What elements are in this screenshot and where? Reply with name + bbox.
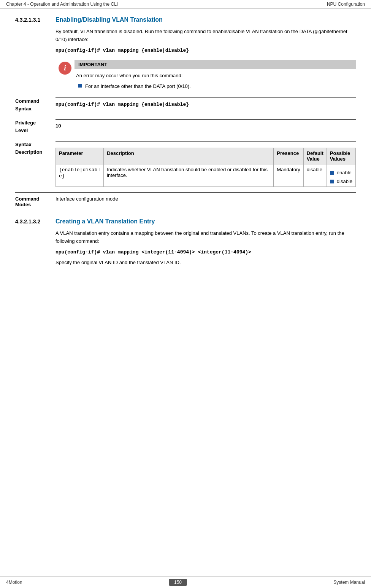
col-description: Description — [104, 148, 274, 164]
possible-disable-label: disable — [337, 178, 352, 184]
header-chapter: Chapter 4 - Operation and Administration… — [6, 2, 118, 7]
command-syntax-row: Command Syntax npu(config-if)# vlan mapp… — [15, 97, 356, 112]
possible-enable-label: enable — [337, 170, 352, 175]
important-body: An error may occur when you run this com… — [75, 72, 356, 91]
syntax-desc-row: Syntax Description Parameter Description… — [15, 141, 356, 187]
cell-default: disable — [303, 164, 327, 187]
possible-disable: disable — [330, 178, 352, 184]
section-2-body1: A VLAN translation entry contains a mapp… — [55, 229, 356, 245]
command-syntax-value: npu(config-if)# vlan mapping {enable|dis… — [55, 102, 189, 107]
bullet-enable-icon — [330, 171, 334, 175]
bullet-icon — [78, 84, 82, 88]
col-presence: Presence — [274, 148, 303, 164]
privilege-level-value: 10 — [55, 123, 61, 129]
privilege-level-row: Privilege Level 10 — [15, 119, 356, 134]
privilege-level-content: 10 — [55, 119, 356, 129]
cell-description: Indicates whether VLAN translation shoul… — [104, 164, 274, 187]
footer-page-number: 150 — [169, 579, 187, 586]
footer-manual: System Manual — [333, 580, 365, 585]
footer-brand: 4Motion — [6, 580, 22, 585]
important-bullet: For an interface other than the DATA por… — [78, 83, 354, 91]
section-2-command: npu(config-if)# vlan mapping <integer(11… — [55, 249, 356, 255]
cell-parameter: {enable|disable} — [56, 164, 104, 187]
table-row: {enable|disable} Indicates whether VLAN … — [56, 164, 356, 187]
important-header: IMPORTANT — [75, 60, 356, 69]
info-icon: i — [59, 62, 71, 75]
syntax-desc-label: Syntax Description — [15, 141, 55, 156]
important-intro: An error may occur when you run this com… — [76, 72, 354, 80]
command-modes-row: Command Modes Interface configuration mo… — [15, 192, 356, 207]
section-1-command: npu(config-if)# vlan mapping {enable|dis… — [55, 48, 356, 53]
section-2-body2: Specify the original VLAN ID and the tra… — [55, 259, 356, 267]
col-parameter: Parameter — [56, 148, 104, 164]
important-content: IMPORTANT An error may occur when you ru… — [75, 60, 356, 91]
section-1-number: 4.3.2.1.3.1 — [15, 17, 49, 23]
main-content: 4.3.2.1.3.1 Enabling/Disabling VLAN Tran… — [0, 9, 371, 293]
bullet-disable-icon — [330, 180, 334, 183]
important-box: i IMPORTANT An error may occur when you … — [55, 60, 356, 91]
page-header: Chapter 4 - Operation and Administration… — [0, 0, 371, 9]
header-section: NPU Configuration — [327, 2, 365, 7]
section-2-heading: 4.3.2.1.3.2 Creating a VLAN Translation … — [15, 218, 356, 225]
section-1-title: Enabling/Disabling VLAN Translation — [55, 16, 163, 23]
command-syntax-label: Command Syntax — [15, 97, 55, 112]
col-possible: PossibleValues — [327, 148, 355, 164]
important-bullet-text: For an interface other than the DATA por… — [85, 83, 191, 91]
possible-enable: enable — [330, 170, 352, 175]
syntax-table: Parameter Description Presence DefaultVa… — [55, 148, 356, 187]
section-2-number: 4.3.2.1.3.2 — [15, 218, 49, 225]
privilege-level-label: Privilege Level — [15, 119, 55, 134]
col-default: DefaultValue — [303, 148, 327, 164]
cell-possible: enable disable — [327, 164, 355, 187]
important-icon: i — [55, 60, 75, 91]
cell-presence: Mandatory — [274, 164, 303, 187]
command-modes-label: Command Modes — [15, 192, 55, 207]
table-header-row: Parameter Description Presence DefaultVa… — [56, 148, 356, 164]
section-2-title: Creating a VLAN Translation Entry — [55, 218, 155, 225]
section-1-heading: 4.3.2.1.3.1 Enabling/Disabling VLAN Tran… — [15, 16, 356, 23]
command-syntax-content: npu(config-if)# vlan mapping {enable|dis… — [55, 97, 356, 107]
section-1-body1: By default, VLAN translation is disabled… — [55, 28, 356, 44]
syntax-desc-content: Parameter Description Presence DefaultVa… — [55, 141, 356, 187]
command-modes-content: Interface configuration mode — [55, 192, 356, 202]
command-modes-value: Interface configuration mode — [55, 196, 118, 202]
page-footer: 4Motion 150 System Manual — [0, 576, 371, 588]
